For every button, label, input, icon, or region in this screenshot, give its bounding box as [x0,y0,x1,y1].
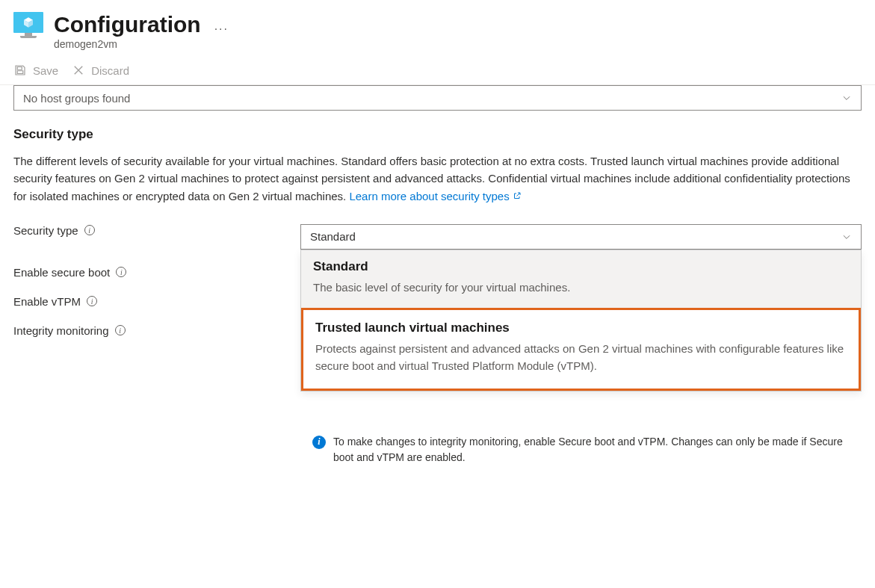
security-type-options: Standard The basic level of security for… [300,250,862,392]
close-icon [72,64,85,77]
info-icon[interactable]: i [116,267,126,277]
option-standard[interactable]: Standard The basic level of security for… [301,250,861,308]
option-trusted-launch[interactable]: Trusted launch virtual machines Protects… [301,308,861,391]
section-description: The different levels of security availab… [13,152,862,205]
chevron-down-icon [841,93,852,103]
save-button[interactable]: Save [13,64,58,77]
chevron-down-icon [841,232,852,242]
host-group-dropdown[interactable]: No host groups found [13,85,862,111]
security-type-label: Security type i [13,224,300,237]
external-link-icon [513,191,522,200]
page-title: Configuration [54,12,201,37]
info-icon[interactable]: i [115,325,126,335]
enable-secure-boot-label: Enable secure boot i [13,266,300,279]
cube-icon [22,16,34,28]
learn-more-link[interactable]: Learn more about security types [349,188,521,205]
discard-button[interactable]: Discard [72,64,129,77]
more-actions-icon[interactable]: ··· [214,22,229,36]
resource-name: demogen2vm [54,38,201,50]
save-icon [13,64,27,77]
info-badge-icon: i [312,436,326,449]
enable-vtpm-label: Enable vTPM i [13,295,300,308]
security-type-dropdown[interactable]: Standard [300,224,862,250]
info-icon[interactable]: i [84,225,95,235]
integrity-monitoring-label: Integrity monitoring i [13,324,300,337]
integrity-info-callout: i To make changes to integrity monitorin… [312,434,862,465]
section-title: Security type [13,127,862,142]
vm-resource-icon [13,12,43,40]
info-icon[interactable]: i [87,296,97,306]
